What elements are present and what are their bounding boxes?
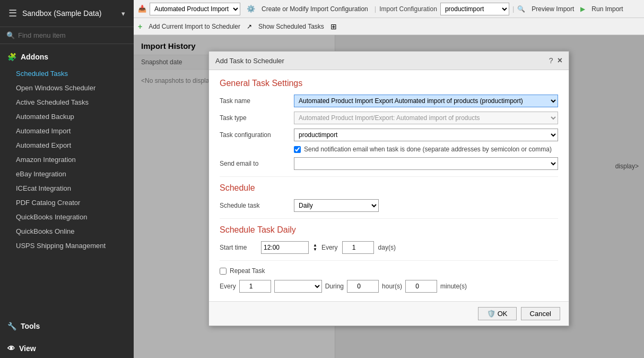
add-icon: + xyxy=(138,22,142,31)
view-header[interactable]: 👁 View xyxy=(7,341,126,356)
import-icon: 📥 xyxy=(138,5,146,13)
sidebar-header[interactable]: ☰ Sandbox (Sample Data) ▾ xyxy=(0,0,134,27)
task-config-select[interactable]: productimport xyxy=(294,129,558,141)
send-email-row: Send email to xyxy=(220,157,558,170)
notification-label[interactable]: Send notification email when task is don… xyxy=(304,146,552,153)
import-config-label: Import Configuration xyxy=(379,5,437,13)
task-name-label: Task name xyxy=(220,97,294,105)
show-scheduled-btn[interactable]: Show Scheduled Tasks xyxy=(255,22,327,31)
notification-checkbox-row: Send notification email when task is don… xyxy=(294,146,558,153)
ok-button[interactable]: 🛡️ OK xyxy=(478,307,517,320)
modal-title: Add Task to Scheduler xyxy=(215,57,284,65)
send-email-select[interactable] xyxy=(294,157,558,170)
task-config-label: Task configuration xyxy=(220,131,294,139)
sidebar-search-area: 🔍 xyxy=(0,27,134,44)
gear-icon: ⚙️ xyxy=(247,5,255,13)
sidebar-item-scheduled-tasks[interactable]: Scheduled Tasks xyxy=(0,66,134,81)
task-type-label: Task type xyxy=(220,114,294,122)
addons-header[interactable]: 🧩 Addons xyxy=(7,49,126,64)
days-label: day(s) xyxy=(378,244,396,251)
addons-section: 🧩 Addons xyxy=(0,44,134,66)
sidebar-item-pdf-catalog[interactable]: PDF Catalog Creator xyxy=(0,195,134,210)
repeat-task-checkbox[interactable] xyxy=(220,268,227,275)
during-hours-input[interactable] xyxy=(347,280,379,293)
sidebar-item-ebay-integration[interactable]: eBay Integration xyxy=(0,167,134,181)
tools-header[interactable]: 🔧 Tools xyxy=(7,319,126,334)
repeat-every-input[interactable] xyxy=(239,280,271,293)
search-icon: 🔍 xyxy=(6,31,15,39)
sidebar-item-icecat-integration[interactable]: ICEcat Integration xyxy=(0,181,134,195)
schedule-header: Schedule xyxy=(220,183,558,193)
create-modify-btn[interactable]: Create or Modify Import Configuration xyxy=(258,4,371,14)
schedule-task-row: Schedule task Daily xyxy=(220,199,558,212)
task-config-row: Task configuration productimport xyxy=(220,129,558,141)
separator-2: | xyxy=(375,5,376,13)
every-label: Every xyxy=(321,244,338,251)
send-email-label: Send email to xyxy=(220,160,294,167)
sidebar: ☰ Sandbox (Sample Data) ▾ 🔍 🧩 Addons Sch… xyxy=(0,0,134,358)
repeat-unit-select[interactable] xyxy=(274,280,322,293)
minutes-label: minute(s) xyxy=(440,283,467,290)
import-type-select[interactable]: Automated Product Import xyxy=(150,3,240,15)
during-label: During xyxy=(325,283,344,290)
during-minutes-input[interactable] xyxy=(405,280,437,293)
grid-icon: ⊞ xyxy=(330,22,337,31)
divider-1 xyxy=(220,176,558,177)
every-value-input[interactable] xyxy=(342,241,374,254)
send-email-control xyxy=(294,157,558,170)
modal-help-button[interactable]: ? xyxy=(549,56,553,65)
puzzle-icon: 🧩 xyxy=(7,53,16,61)
separator-3: | xyxy=(512,5,514,13)
external-icon: ↗ xyxy=(247,23,252,30)
schedule-daily-header: Schedule Task Daily xyxy=(220,225,558,235)
sidebar-item-usps[interactable]: USPS Shipping Management xyxy=(0,238,134,253)
sidebar-app-arrow[interactable]: ▾ xyxy=(121,10,125,18)
main-content: 📥 Automated Product Import ⚙️ Create or … xyxy=(134,0,644,358)
repeat-task-row: Repeat Task xyxy=(220,267,558,275)
task-type-select[interactable]: Automated Product Import/Export: Automat… xyxy=(294,112,558,124)
sidebar-item-automated-backup[interactable]: Automated Backup xyxy=(0,109,134,124)
task-type-row: Task type Automated Product Import/Expor… xyxy=(220,112,558,124)
modal-header: Add Task to Scheduler ? × xyxy=(209,52,569,70)
sidebar-item-quickbooks-online[interactable]: QuickBooks Online xyxy=(0,224,134,238)
toolbar-bottom: + Add Current Import to Scheduler ↗ Show… xyxy=(134,18,644,35)
content-area: Import History Snapshot date <No snapsho… xyxy=(134,35,644,358)
tools-section: 🔧 Tools xyxy=(0,313,134,336)
schedule-task-select[interactable]: Daily xyxy=(294,199,379,212)
divider-3 xyxy=(220,260,558,261)
sidebar-item-quickbooks[interactable]: QuickBooks Integration xyxy=(0,210,134,224)
start-time-input[interactable] xyxy=(261,241,309,254)
task-config-control: productimport xyxy=(294,129,558,141)
start-time-row: Start time ▲ ▼ Every day(s) xyxy=(220,241,558,254)
hours-label: hour(s) xyxy=(382,283,402,290)
task-name-row: Task name Automated Product Import Expor… xyxy=(220,95,558,107)
sidebar-item-amazon-integration[interactable]: Amazon Integration xyxy=(0,152,134,167)
schedule-task-label: Schedule task xyxy=(220,202,294,209)
sidebar-item-automated-export[interactable]: Automated Export xyxy=(0,138,134,152)
general-settings-header: General Task Settings xyxy=(220,79,558,88)
cancel-button[interactable]: Cancel xyxy=(521,307,560,320)
hamburger-icon[interactable]: ☰ xyxy=(8,7,17,19)
task-name-select[interactable]: Automated Product Import Export Automate… xyxy=(294,95,558,107)
sidebar-item-automated-import[interactable]: Automated Import xyxy=(0,124,134,138)
modal-overlay: Add Task to Scheduler ? × General Task S… xyxy=(134,35,644,358)
task-name-control: Automated Product Import Export Automate… xyxy=(294,95,558,107)
run-import-btn[interactable]: Run Import xyxy=(588,4,626,14)
import-config-select[interactable]: productimport xyxy=(440,3,509,15)
schedule-task-control: Daily xyxy=(294,199,379,212)
modal-header-actions: ? × xyxy=(549,56,562,65)
modal-body: General Task Settings Task name Automate… xyxy=(209,70,569,301)
sidebar-item-open-windows-scheduler[interactable]: Open Windows Scheduler xyxy=(0,81,134,95)
modal-close-button[interactable]: × xyxy=(558,56,562,65)
add-task-modal: Add Task to Scheduler ? × General Task S… xyxy=(208,51,569,326)
up-down-icon-time: ▲ ▼ xyxy=(313,243,317,252)
add-current-import-btn[interactable]: Add Current Import to Scheduler xyxy=(145,22,243,31)
view-section: 👁 View xyxy=(0,336,134,358)
search-input[interactable] xyxy=(18,31,127,39)
repeat-every-label: Every xyxy=(220,283,236,290)
sidebar-item-active-scheduled-tasks[interactable]: Active Scheduled Tasks xyxy=(0,95,134,109)
run-icon: ▶ xyxy=(580,5,585,13)
notification-checkbox[interactable] xyxy=(294,146,301,153)
preview-import-btn[interactable]: Preview Import xyxy=(528,4,577,14)
repeat-task-label[interactable]: Repeat Task xyxy=(230,267,265,275)
